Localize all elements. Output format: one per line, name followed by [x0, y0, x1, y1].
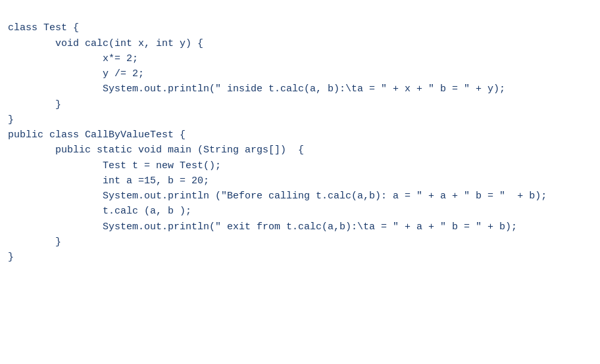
code-line: System.out.println(" exit from t.calc(a,… [8, 219, 592, 235]
code-line: System.out.println(" inside t.calc(a, b)… [8, 81, 592, 97]
code-line: System.out.println ("Before calling t.ca… [8, 189, 592, 204]
code-line: t.calc (a, b ); [8, 204, 592, 219]
code-line: } [8, 112, 592, 127]
code-line: } [8, 97, 592, 112]
code-line: y /= 2; [8, 66, 592, 81]
code-line: } [8, 250, 592, 265]
code-line: Test t = new Test(); [8, 158, 592, 173]
code-line: } [8, 235, 592, 250]
code-line: public class CallByValueTest { [8, 127, 592, 143]
code-display: class Test { void calc(int x, int y) { x… [8, 5, 592, 265]
code-line: public static void main (String args[]) … [8, 143, 592, 158]
code-line: int a =15, b = 20; [8, 173, 592, 189]
code-line: class Test { [8, 20, 592, 35]
code-line: x*= 2; [8, 51, 592, 66]
code-line: void calc(int x, int y) { [8, 36, 592, 51]
